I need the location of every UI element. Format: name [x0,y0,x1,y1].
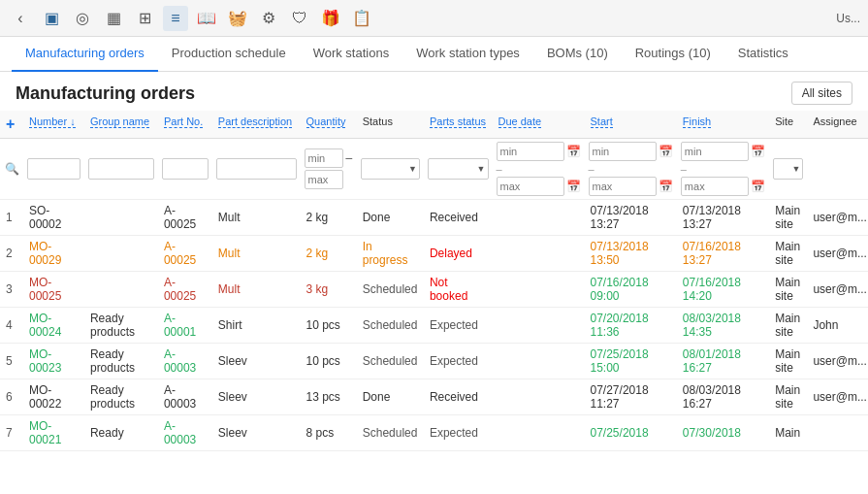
finish-max-input[interactable] [681,177,749,196]
filter-status[interactable]: Done In progress Scheduled ▼ [357,139,424,200]
page-title: Manufacturing orders [16,83,195,104]
filter-start[interactable]: 📅 – 📅 [585,139,677,200]
gift-icon[interactable]: 🎁 [318,6,343,31]
add-row-button[interactable]: + [6,115,15,133]
part-no-cell[interactable]: A-00003 [158,344,212,379]
part-no-link[interactable]: A-00025 [164,276,196,303]
quantity-cell: 2 kg [301,200,357,236]
number-filter-input[interactable] [27,158,80,180]
due-date-max-cal-icon[interactable]: 📅 [566,180,581,193]
parts-status-filter-select[interactable]: Received Delayed Not booked Expected [428,158,489,180]
finish-min-input[interactable] [681,142,749,161]
due-date-cell [493,308,585,344]
start-min-cal-icon[interactable]: 📅 [659,145,673,158]
finish-min-cal-icon[interactable]: 📅 [751,145,765,158]
part-no-cell[interactable]: A-00003 [158,379,212,415]
order-number-cell[interactable]: MO-00021 [23,415,84,451]
all-sites-button[interactable]: All sites [791,82,852,105]
filter-parts-status[interactable]: Received Delayed Not booked Expected ▼ [424,139,493,200]
gauge-icon[interactable]: ◎ [70,6,95,31]
order-number-link[interactable]: MO-00024 [29,312,61,339]
order-number: MO-00022 [29,383,61,411]
start-cell: 07/13/2018 13:50 [585,236,677,272]
qty-max-input[interactable] [305,170,343,189]
nav-work-station-types[interactable]: Work station types [402,37,533,72]
part-no-cell[interactable]: A-00001 [158,308,212,344]
calendar-icon[interactable]: ⊞ [132,6,157,31]
start-min-input[interactable] [589,142,657,161]
part-desc-filter-input[interactable] [216,158,297,180]
order-number-cell[interactable]: MO-00024 [23,308,84,344]
row-num: 3 [0,272,23,308]
group-name-cell: Ready products [84,344,158,379]
nav-statistics[interactable]: Statistics [724,37,802,72]
col-number[interactable]: Number ↓ [23,111,84,139]
part-no-cell[interactable]: A-00025 [158,272,212,308]
col-group-name[interactable]: Group name [84,111,158,139]
finish-max-cal-icon[interactable]: 📅 [751,180,765,193]
col-parts-status[interactable]: Parts status [424,111,493,139]
site-filter-select[interactable]: Main site [773,158,803,180]
filter-due-date[interactable]: 📅 – 📅 [493,139,585,200]
part-no-filter-input[interactable] [162,158,209,180]
part-no-cell[interactable]: A-00003 [158,415,212,451]
order-number-link[interactable]: MO-00025 [29,276,61,303]
nav-work-stations[interactable]: Work stations [300,37,403,72]
start-max-cal-icon[interactable]: 📅 [659,180,673,193]
order-number-cell[interactable]: MO-00029 [23,236,84,272]
part-no-link[interactable]: A-00025 [164,240,196,267]
order-number-link[interactable]: MO-00029 [29,240,61,267]
group-name-filter-input[interactable] [88,158,154,180]
filter-site[interactable]: Main site ▼ [769,139,807,200]
order-number-cell[interactable]: SO-00002 [23,200,84,236]
order-number-cell[interactable]: MO-00023 [23,344,84,379]
col-part-no[interactable]: Part No. [158,111,212,139]
group-name-cell: Ready products [84,308,158,344]
part-no-link[interactable]: A-00001 [164,312,196,339]
qty-minus-icon[interactable]: − [345,151,353,165]
shield-icon[interactable]: 🛡 [287,6,312,31]
col-finish[interactable]: Finish [677,111,769,139]
order-number-cell[interactable]: MO-00022 [23,379,84,415]
part-no-link[interactable]: A-00003 [164,347,196,375]
part-no-cell[interactable]: A-00025 [158,236,212,272]
due-date-max-input[interactable] [497,177,564,196]
filter-part-desc[interactable] [212,139,301,200]
nav-routings[interactable]: Routings (10) [622,37,724,72]
filter-assignee[interactable] [807,139,868,200]
order-number-link[interactable]: MO-00021 [29,419,61,446]
nav-boms[interactable]: BOMs (10) [533,37,622,72]
start-max-input[interactable] [589,177,657,196]
due-date-min-cal-icon[interactable]: 📅 [566,145,581,158]
order-number-cell[interactable]: MO-00025 [23,272,84,308]
col-part-desc[interactable]: Part description [212,111,301,139]
list-icon[interactable]: ≡ [163,6,188,31]
basket-icon[interactable]: 🧺 [225,6,250,31]
gear-icon[interactable]: ⚙ [256,6,281,31]
filter-finish[interactable]: 📅 – 📅 [677,139,769,200]
part-no-link[interactable]: A-00003 [164,419,196,446]
status-cell: Scheduled [357,308,424,344]
col-quantity[interactable]: Quantity [301,111,357,139]
filter-group-name[interactable] [84,139,158,200]
part-no-cell[interactable]: A-00025 [158,200,212,236]
qty-min-input[interactable] [305,148,343,168]
finish-cell: 08/01/2018 16:27 [677,344,769,379]
book-icon[interactable]: 📖 [194,6,219,31]
nav-manufacturing-orders[interactable]: Manufacturing orders [12,37,158,72]
order-number-link[interactable]: MO-00023 [29,347,61,375]
due-date-min-input[interactable] [497,142,564,161]
col-start[interactable]: Start [585,111,677,139]
col-due-date[interactable]: Due date [493,111,585,139]
part-desc-cell: Shirt [212,308,301,344]
doc-icon[interactable]: 📋 [349,6,374,31]
back-icon[interactable]: ‹ [8,6,33,31]
assignee-cell: user@m... [807,379,868,415]
filter-number[interactable] [23,139,84,200]
chart-icon[interactable]: ▦ [101,6,126,31]
status-filter-select[interactable]: Done In progress Scheduled [361,158,420,180]
logo-icon[interactable]: ▣ [39,6,64,31]
nav-production-schedule[interactable]: Production schedule [158,37,300,72]
filter-quantity[interactable]: − [301,139,357,200]
filter-part-no[interactable] [158,139,212,200]
